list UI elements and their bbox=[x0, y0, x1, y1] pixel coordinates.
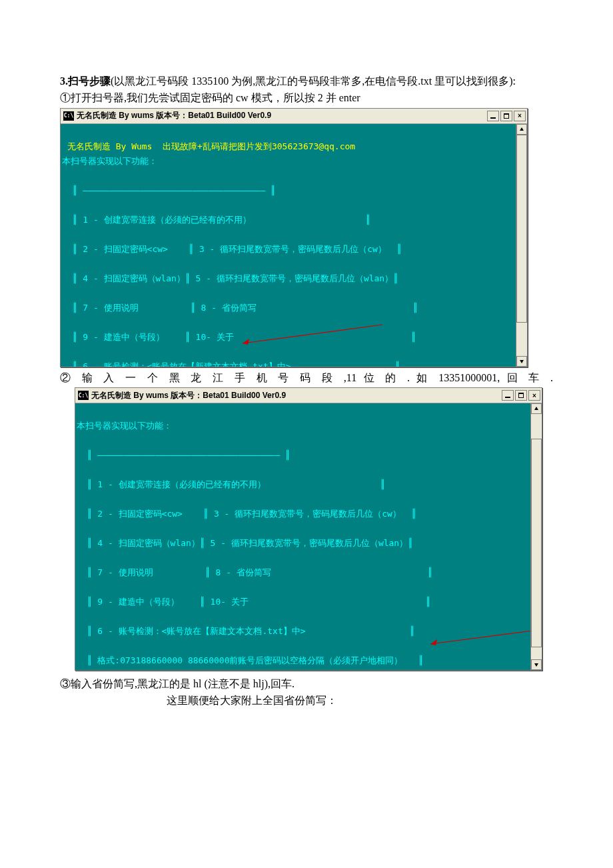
svg-line-4 bbox=[430, 627, 530, 644]
step-3-text: ③输入省份简写,黑龙江的是 hl (注意不是 hlj),回车. bbox=[60, 676, 553, 693]
terminal-output[interactable]: 本扫号器实现以下功能： ║ ——————————————————————————… bbox=[75, 403, 530, 670]
scroll-track[interactable] bbox=[516, 135, 527, 356]
term-menu-3: ║ 4 - 扫固定密码（wlan）║ 5 - 循环扫尾数宽带号，密码尾数后几位（… bbox=[62, 273, 398, 283]
term-menu-1: ║ 1 - 创建宽带连接（必须的已经有的不用） ║ bbox=[62, 215, 371, 225]
scroll-thumb[interactable] bbox=[531, 439, 542, 647]
minimize-button[interactable] bbox=[502, 390, 514, 401]
scroll-track[interactable] bbox=[531, 414, 542, 659]
step-heading: 3.扫号步骤(以黑龙江号码段 1335100 为例,黑龙江的号码段非常多,在电信… bbox=[60, 73, 553, 90]
term-menu-3: ║ 4 - 扫固定密码（wlan）║ 5 - 循环扫尾数宽带号，密码尾数后几位（… bbox=[77, 538, 413, 548]
term-header: 无名氏制造 By Wums 出现故障+乱码请把图片发到305623673@qq.… bbox=[62, 141, 355, 151]
scroll-up-button[interactable] bbox=[516, 124, 527, 135]
note-text: 这里顺便给大家附上全国省份简写： bbox=[167, 693, 553, 709]
term-intro: 本扫号器实现以下功能： bbox=[62, 156, 157, 166]
vertical-scrollbar[interactable] bbox=[516, 124, 527, 367]
svg-marker-2 bbox=[520, 127, 524, 131]
window-title: 无名氏制造 By wums 版本号：Beta01 Build00 Ver0.9 bbox=[91, 390, 500, 401]
maximize-button[interactable] bbox=[500, 111, 512, 121]
svg-marker-6 bbox=[534, 407, 538, 410]
vertical-scrollbar[interactable] bbox=[530, 403, 542, 670]
term-menu-6: ║ 6 - 账号检测：<账号放在【新建文本文档.txt】中> ║ bbox=[77, 626, 415, 636]
app-icon: C:\ bbox=[63, 111, 74, 121]
titlebar[interactable]: C:\ 无名氏制造 By wums 版本号：Beta01 Build00 Ver… bbox=[75, 388, 542, 403]
term-menu-5: ║ 9 - 建造中（号段） ║ 10- 关于 ║ bbox=[62, 332, 416, 342]
console-window-2: C:\ 无名氏制造 By wums 版本号：Beta01 Build00 Ver… bbox=[75, 387, 542, 671]
window-title: 无名氏制造 By wums 版本号：Beta01 Build00 Ver0.9 bbox=[77, 110, 486, 121]
scroll-thumb[interactable] bbox=[516, 135, 527, 323]
close-button[interactable]: × bbox=[528, 390, 540, 401]
step-2-text: ② 输 入 一 个 黑 龙 江 手 机 号 码 段 ,11 位 的 . 如 13… bbox=[60, 370, 553, 387]
app-icon: C:\ bbox=[78, 391, 89, 400]
console-window-1: C:\ 无名氏制造 By wums 版本号：Beta01 Build00 Ver… bbox=[60, 108, 528, 367]
term-menu-5: ║ 9 - 建造中（号段） ║ 10- 关于 ║ bbox=[77, 597, 431, 607]
term-menu-6: ║ 6 - 账号检测：<账号放在【新建文本文档.txt】中> ║ bbox=[62, 361, 400, 367]
term-menu-2: ║ 2 - 扫固定密码<cw> ║ 3 - 循环扫尾数宽带号，密码尾数后几位（c… bbox=[77, 509, 416, 519]
scroll-down-button[interactable] bbox=[531, 659, 542, 670]
step-1-text: ①打开扫号器,我们先尝试固定密码的 cw 模式，所以按 2 并 enter bbox=[60, 90, 553, 107]
term-menu-1: ║ 1 - 创建宽带连接（必须的已经有的不用） ║ bbox=[77, 479, 386, 489]
step-number: 3.扫号步骤 bbox=[60, 75, 111, 87]
term-menu-4: ║ 7 - 使用说明 ║ 8 - 省份简写 ║ bbox=[62, 303, 418, 313]
document-page: 3.扫号步骤(以黑龙江号码段 1335100 为例,黑龙江的号码段非常多,在电信… bbox=[0, 0, 613, 736]
step-tail: (以黑龙江号码段 1335100 为例,黑龙江的号码段非常多,在电信号段.txt… bbox=[111, 75, 516, 87]
term-menu-4: ║ 7 - 使用说明 ║ 8 - 省份简写 ║ bbox=[77, 567, 432, 577]
svg-marker-7 bbox=[534, 663, 538, 667]
term-sep: ║ ——————————————————————————————————— ║ bbox=[62, 185, 276, 195]
scroll-down-button[interactable] bbox=[516, 356, 527, 367]
close-button[interactable]: × bbox=[514, 111, 526, 121]
term-menu-7: ║ 格式:073188660000 88660000前账号后密码以空格分隔（必须… bbox=[77, 655, 424, 665]
svg-marker-3 bbox=[520, 360, 524, 363]
term-menu-2: ║ 2 - 扫固定密码<cw> ║ 3 - 循环扫尾数宽带号，密码尾数后几位（c… bbox=[62, 244, 402, 254]
term-sep: ║ ——————————————————————————————————— ║ bbox=[77, 450, 291, 460]
term-intro: 本扫号器实现以下功能： bbox=[77, 421, 172, 431]
terminal-output[interactable]: 无名氏制造 By Wums 出现故障+乱码请把图片发到305623673@qq.… bbox=[61, 124, 516, 367]
maximize-button[interactable] bbox=[515, 390, 527, 401]
minimize-button[interactable] bbox=[487, 111, 499, 121]
scroll-up-button[interactable] bbox=[531, 403, 542, 414]
svg-marker-5 bbox=[430, 639, 437, 645]
titlebar[interactable]: C:\ 无名氏制造 By wums 版本号：Beta01 Build00 Ver… bbox=[61, 109, 527, 124]
